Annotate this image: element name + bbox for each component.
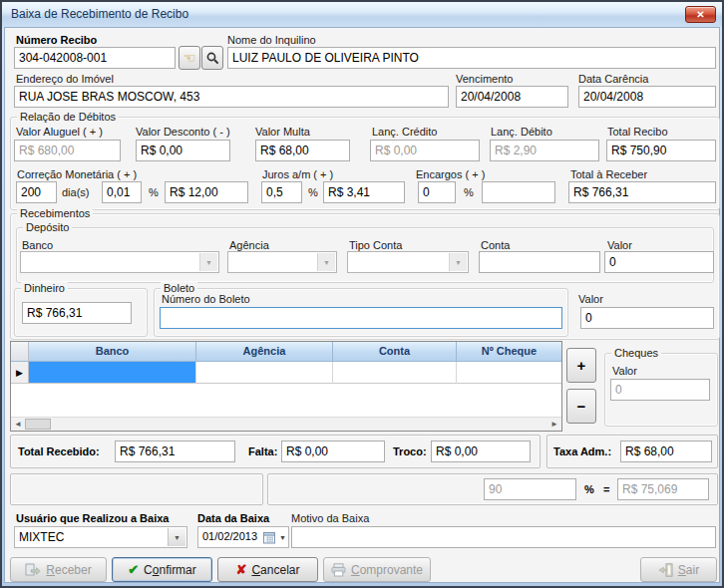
valor-desconto-input[interactable] xyxy=(136,140,230,161)
dinheiro-input[interactable] xyxy=(22,302,132,324)
total-recibo-input[interactable] xyxy=(606,140,716,161)
taxa-adm-label: Taxa Adm.: xyxy=(553,445,611,457)
data-carencia-input[interactable] xyxy=(578,86,716,108)
deposito-tipo-conta-combo[interactable]: ▼ xyxy=(347,251,469,273)
remove-cheque-button[interactable]: − xyxy=(566,389,596,424)
grid-cell-banco[interactable] xyxy=(29,362,196,384)
encargos-pct-label: % xyxy=(464,186,474,198)
deposito-agencia-label: Agência xyxy=(229,239,269,251)
valor-multa-input[interactable] xyxy=(255,140,350,161)
correcao-valor-input[interactable] xyxy=(165,181,248,203)
calendar-icon xyxy=(263,531,275,544)
cancelar-button[interactable]: ✘ Cancelar xyxy=(217,557,318,582)
cheques-grid: Banco Agência Conta Nº Cheque ▶ ◄ ► xyxy=(10,341,562,432)
deposito-legend: Depósito xyxy=(23,221,72,233)
row-pointer-icon: ▶ xyxy=(16,368,23,378)
recebimentos-legend: Recebimentos xyxy=(17,207,93,219)
deposito-banco-label: Banco xyxy=(22,239,53,251)
printer-icon xyxy=(331,563,346,577)
deposito-conta-input[interactable] xyxy=(479,251,600,273)
numero-boleto-input[interactable] xyxy=(160,307,562,329)
endereco-input[interactable] xyxy=(14,86,449,108)
deposito-valor-label: Valor xyxy=(607,239,632,251)
total-receber-input[interactable] xyxy=(568,181,716,203)
grid-cell-agencia[interactable] xyxy=(196,362,333,384)
grid-cell-cheque[interactable] xyxy=(457,362,561,384)
grid-header-agencia[interactable]: Agência xyxy=(196,342,333,362)
motivo-baixa-label: Motivo da Baixa xyxy=(291,512,369,524)
lanc-debito-input[interactable] xyxy=(490,140,599,161)
juros-valor-input[interactable] xyxy=(323,181,405,203)
cheques-valor-label: Valor xyxy=(612,365,637,377)
add-cheque-button[interactable]: + xyxy=(566,348,596,383)
grid-header-conta[interactable]: Conta xyxy=(333,342,457,362)
percent-input[interactable] xyxy=(484,478,576,500)
grid-horizontal-scrollbar[interactable]: ◄ ► xyxy=(11,417,561,431)
grid-header-cheque[interactable]: Nº Cheque xyxy=(457,342,561,362)
data-baixa-value: 01/02/2013 xyxy=(202,530,257,542)
percent-sign-label: % xyxy=(584,483,594,495)
usuario-baixa-label: Usuário que Realizou a Baixa xyxy=(16,512,169,524)
nome-inquilino-input[interactable] xyxy=(227,47,716,69)
scrollbar-thumb[interactable] xyxy=(25,419,51,430)
juros-label: Juros a/m ( + ) xyxy=(262,168,333,180)
data-baixa-label: Data da Baixa xyxy=(197,512,269,524)
scroll-right-icon[interactable]: ► xyxy=(547,418,561,431)
correcao-dias-input[interactable] xyxy=(16,181,57,203)
troco-label: Troco: xyxy=(393,445,427,457)
boleto-valor-input[interactable] xyxy=(580,307,714,329)
deposito-conta-label: Conta xyxy=(481,239,510,251)
scroll-left-icon[interactable]: ◄ xyxy=(11,418,25,431)
falta-label: Falta: xyxy=(248,445,277,457)
boleto-valor-label: Valor xyxy=(578,293,603,305)
endereco-label: Endereço do Imóvel xyxy=(16,73,114,85)
taxa-adm-input[interactable] xyxy=(620,441,712,462)
vencimento-label: Vencimento xyxy=(456,73,513,85)
total-recebido-input[interactable] xyxy=(115,441,235,462)
data-baixa-picker[interactable]: 01/02/2013 ▼ xyxy=(197,526,289,548)
receber-button[interactable]: Receber xyxy=(10,557,107,582)
close-button[interactable]: ✕ xyxy=(685,6,716,23)
pointing-hand-icon: ☜ xyxy=(183,51,196,65)
vencimento-input[interactable] xyxy=(456,86,568,108)
receive-document-icon xyxy=(25,563,41,577)
search-recibo-button[interactable] xyxy=(201,46,223,70)
deposito-agencia-combo[interactable]: ▼ xyxy=(227,251,337,273)
deposito-tipo-conta-label: Tipo Conta xyxy=(349,239,402,251)
juros-taxa-input[interactable] xyxy=(261,181,302,203)
falta-input[interactable] xyxy=(281,441,385,462)
cross-icon: ✘ xyxy=(236,563,247,576)
comprovante-button[interactable]: Comprovante xyxy=(323,557,431,582)
close-icon: ✕ xyxy=(696,9,704,20)
cheques-valor-input[interactable] xyxy=(610,379,710,401)
valor-aluguel-input[interactable] xyxy=(14,140,121,161)
total-receber-label: Total à Receber xyxy=(570,168,647,180)
goto-record-button[interactable]: ☜ xyxy=(179,46,200,70)
grid-cell-conta[interactable] xyxy=(333,362,457,384)
deposito-banco-combo[interactable]: ▼ xyxy=(20,251,219,273)
nome-inquilino-label: Nome do Inquilino xyxy=(227,34,316,46)
chevron-down-icon: ▼ xyxy=(317,253,335,271)
cheques-legend: Cheques xyxy=(611,347,661,359)
correcao-pct-label: % xyxy=(149,186,159,198)
grid-selector-header xyxy=(11,342,29,362)
check-icon: ✔ xyxy=(128,563,139,576)
grid-header-banco[interactable]: Banco xyxy=(29,342,196,362)
confirmar-button[interactable]: ✔ Confirmar xyxy=(112,557,212,582)
numero-recibo-input[interactable] xyxy=(14,47,176,69)
sair-button[interactable]: Sair xyxy=(640,557,717,582)
encargos-valor-input[interactable] xyxy=(482,181,555,203)
grid-row-selector[interactable]: ▶ xyxy=(11,362,29,384)
lanc-credito-input[interactable] xyxy=(370,140,480,161)
chevron-down-icon: ▼ xyxy=(168,528,185,546)
dias-label: dia(s) xyxy=(62,186,90,198)
usuario-baixa-combo[interactable]: MIXTEC ▼ xyxy=(14,526,187,548)
deposito-valor-input[interactable] xyxy=(604,251,714,273)
correcao-taxa-input[interactable] xyxy=(102,181,142,203)
motivo-baixa-input[interactable] xyxy=(291,526,716,548)
troco-input[interactable] xyxy=(431,441,531,462)
percent-result-input[interactable] xyxy=(617,478,709,500)
search-icon xyxy=(205,51,219,65)
encargos-taxa-input[interactable] xyxy=(418,181,456,203)
numero-recibo-label: Número Recibo xyxy=(16,34,97,46)
